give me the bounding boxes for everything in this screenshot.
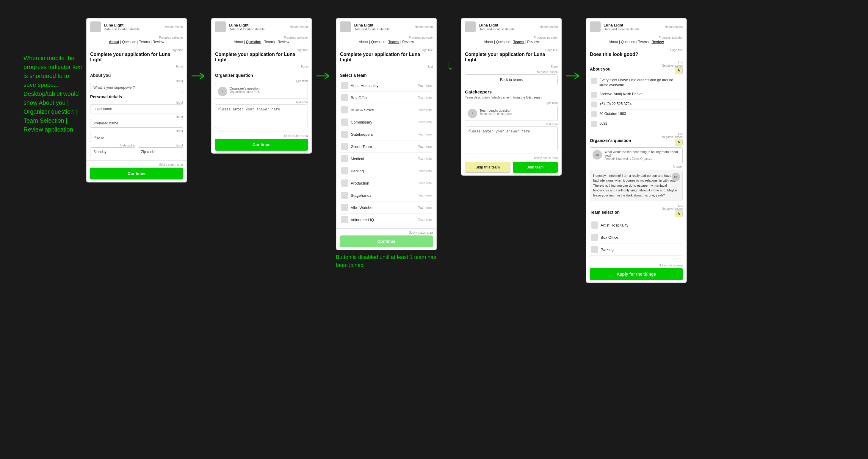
- p2-continue-btn[interactable]: Continue: [215, 139, 308, 151]
- p2-teams[interactable]: Teams: [264, 40, 275, 44]
- header-title: Luna Light: [104, 23, 162, 27]
- review-teams-section: List Team selection Negative button ✎ Ar…: [590, 204, 683, 256]
- phone4: Luna Light Date and location details Hea…: [461, 18, 562, 176]
- team-item-volunteer-hq[interactable]: Volunteer HQ Team item: [340, 214, 433, 226]
- review-text-birthday: 20 October 1983: [599, 111, 626, 116]
- team-item-box-office[interactable]: Box Office Team item: [340, 92, 433, 104]
- p3-teams[interactable]: Teams: [388, 40, 399, 44]
- p5-review[interactable]: Review: [651, 40, 664, 44]
- p3-continue-btn[interactable]: Continue: [340, 235, 433, 247]
- team-item-green-team[interactable]: Green Team Team item: [340, 141, 433, 153]
- team-answer-textarea[interactable]: [465, 126, 558, 150]
- p2-review[interactable]: Review: [278, 40, 289, 44]
- progress-about[interactable]: About: [109, 40, 119, 44]
- answer-bubble: pic Honestly... nothing! I am a really b…: [590, 170, 683, 201]
- team-item-label: Team item: [418, 145, 432, 148]
- review-item-zip: 5032: [590, 119, 683, 129]
- team-item-build-strike[interactable]: Build & Strike Team item: [340, 104, 433, 116]
- phone5-page-title: Page title Does this look good?: [586, 46, 686, 58]
- team-icon: [341, 131, 348, 138]
- team-item-vibe-watcher[interactable]: Vibe Watcher Team item: [340, 202, 433, 214]
- p5-organizer-list-label: List: [590, 132, 683, 136]
- superpower-label: Input: [90, 80, 183, 83]
- progress-nav: About | Question | Teams | Review: [90, 40, 183, 44]
- team-item-gatekeepers[interactable]: Gatekeepers Team item: [340, 128, 433, 141]
- zip-input[interactable]: [138, 147, 183, 156]
- team-list: Artist Hospitality Team item Box Office …: [340, 80, 433, 226]
- birthday-input[interactable]: [90, 147, 135, 156]
- phone1: Luna Light Date and location details Hea…: [86, 18, 187, 182]
- header-logo-4: [465, 22, 476, 32]
- team-name: Parking: [351, 169, 415, 173]
- team-item-stagehands[interactable]: Stagehands Team item: [340, 189, 433, 202]
- phone4-page-title: Page title Complete your application for…: [461, 46, 561, 64]
- p5-page-title: Does this look good?: [590, 52, 683, 57]
- phone4-header: Luna Light Date and location details Hea…: [461, 19, 561, 34]
- p3-about[interactable]: About: [359, 40, 368, 44]
- phone5-progress: Progress indicator About | Question | Te…: [586, 34, 686, 46]
- p5-about-list-label: List: [590, 61, 683, 64]
- arrow4: [565, 18, 583, 80]
- team-item-production[interactable]: Production Team item: [340, 177, 433, 189]
- p4-sticky-label: Sticky button area: [465, 156, 558, 160]
- phone2: Luna Light Date and location details Hea…: [211, 18, 312, 153]
- organizer-edit-btn[interactable]: ✎: [675, 139, 683, 146]
- progress-teams[interactable]: Teams: [139, 40, 150, 44]
- team-item-commissary[interactable]: Commissary Team item: [340, 116, 433, 128]
- p5-about[interactable]: About: [609, 40, 618, 44]
- review-organizer-title: Organizer's question: [590, 138, 631, 143]
- team-icon: [341, 216, 348, 223]
- superpower-input[interactable]: [90, 83, 183, 92]
- zip-row: Input: [138, 144, 183, 156]
- review-team-name-box: Box Office: [600, 235, 681, 240]
- skip-team-btn[interactable]: Skip this team: [465, 162, 510, 173]
- phone3-progress: Progress indicator About | Question | Te…: [336, 34, 436, 46]
- phone2-progress: Progress indicator About | Question | Te…: [212, 34, 311, 46]
- answer-textarea[interactable]: [215, 105, 308, 128]
- preferred-name-input[interactable]: [90, 119, 183, 128]
- p5-question[interactable]: Question: [621, 40, 636, 44]
- header-subtitle-3: Date and location details: [354, 27, 412, 31]
- progress-nav-5: About | Question | Teams | Review: [590, 40, 683, 44]
- team-item-medical[interactable]: Medical Team item: [340, 153, 433, 165]
- p5-teams[interactable]: Teams: [638, 40, 648, 44]
- phone2-wrapper: Luna Light Date and location details Hea…: [208, 18, 315, 153]
- p4-teams[interactable]: Teams: [513, 40, 524, 44]
- p3-question[interactable]: Question: [371, 40, 385, 44]
- progress-label-2: Progress indicator: [215, 36, 308, 39]
- team-item-label: Team item: [418, 194, 432, 197]
- team-name: Medical: [351, 156, 415, 161]
- p4-about[interactable]: About: [484, 40, 493, 44]
- review-team-icon: [591, 222, 598, 229]
- question-name: Organizer's name / role: [230, 90, 260, 93]
- p3-page-label: Page title: [340, 49, 433, 52]
- review-teams-header: Team selection Negative button ✎: [590, 207, 683, 217]
- review-icon: [591, 102, 597, 108]
- p3-section-heading: Select a team: [340, 73, 433, 78]
- p2-question[interactable]: Question: [246, 40, 261, 44]
- apply-btn[interactable]: Apply for the things: [590, 268, 683, 280]
- header-logo: [90, 22, 101, 32]
- team-item-artist-hospitality[interactable]: Artist Hospitality Team item: [340, 80, 433, 92]
- progress-question[interactable]: Question: [122, 40, 136, 44]
- team-item-label: Team item: [418, 169, 432, 173]
- back-to-teams-btn[interactable]: Back to teams: [465, 75, 558, 85]
- p3-review[interactable]: Review: [402, 40, 414, 44]
- legal-name-input[interactable]: [90, 105, 183, 113]
- team-item-label: Team item: [418, 206, 432, 209]
- p2-about[interactable]: About: [234, 40, 243, 44]
- join-team-btn[interactable]: Join team: [513, 162, 558, 173]
- review-question-card: pic What would be the best thing to tell…: [590, 147, 683, 163]
- team-item-parking[interactable]: Parking Team item: [340, 165, 433, 177]
- arrow3: [440, 18, 458, 71]
- progress-review[interactable]: Review: [153, 40, 164, 44]
- p4-question[interactable]: Question: [496, 40, 510, 44]
- phone2-page-title: Page title Complete your application for…: [212, 46, 311, 64]
- p4-review[interactable]: Review: [527, 40, 539, 44]
- about-edit-btn[interactable]: ✎: [675, 67, 683, 74]
- p5-answer-label: Answer: [590, 165, 683, 168]
- team-name: Production: [351, 181, 415, 185]
- continue-button[interactable]: Continue: [90, 168, 183, 179]
- teams-edit-btn[interactable]: ✎: [675, 210, 683, 217]
- phone-input[interactable]: [90, 133, 183, 142]
